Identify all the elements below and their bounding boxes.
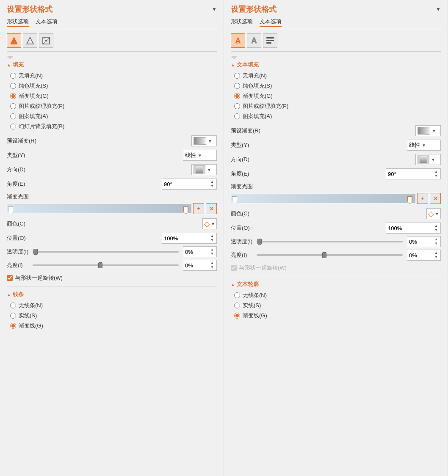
trans-up-left[interactable]: ▲ <box>210 248 215 252</box>
tab-shape-options-right[interactable]: 形状选项 <box>231 18 253 27</box>
gradient-add-btn-right[interactable]: + <box>417 193 428 204</box>
direction-select-right[interactable]: ▼ <box>415 154 441 165</box>
angle-down-right[interactable]: ▼ <box>434 174 439 178</box>
fill-radio-0[interactable] <box>10 73 16 79</box>
text-fill-option-0[interactable]: 无填充(N) <box>234 72 441 80</box>
fill-radio-4[interactable] <box>10 113 16 119</box>
tab-text-options-left[interactable]: 文本选项 <box>36 18 58 27</box>
brightness-value-right[interactable]: 0% ▲ ▼ <box>407 250 441 261</box>
gradient-add-btn-left[interactable]: + <box>193 203 204 214</box>
text-fill-option-4[interactable]: 图案填充(A) <box>234 113 441 120</box>
gradient-track-left[interactable] <box>7 204 191 213</box>
line-radio-0[interactable] <box>10 303 16 308</box>
fill-icon-btn[interactable] <box>7 33 21 48</box>
bright-up-right[interactable]: ▲ <box>434 251 439 255</box>
rotate-checkbox-right[interactable] <box>231 265 237 271</box>
line-radio-1[interactable] <box>10 313 16 319</box>
trans-down-left[interactable]: ▼ <box>210 252 215 256</box>
line-option-2[interactable]: 渐变线(G) <box>10 322 217 330</box>
position-down-left[interactable]: ▼ <box>210 238 215 242</box>
text-outline-icon-btn[interactable]: A <box>247 33 261 48</box>
fill-option-5[interactable]: 幻灯片背景填充(B) <box>10 123 217 130</box>
fill-option-0[interactable]: 无填充(N) <box>10 72 217 80</box>
transparency-value-right[interactable]: 0% ▲ ▼ <box>407 236 441 247</box>
preset-select-left[interactable]: ▼ <box>191 135 217 146</box>
outline-radio-1[interactable] <box>234 303 240 308</box>
type-select-left[interactable]: 线性 ▼ <box>183 150 217 161</box>
text-effects-icon-btn[interactable] <box>263 33 277 48</box>
position-up-right[interactable]: ▲ <box>434 224 439 228</box>
line-radio-2[interactable] <box>10 323 16 329</box>
position-input-left[interactable]: 100% ▲ ▼ <box>162 233 217 244</box>
fill-option-2[interactable]: 渐变填充(G) <box>10 92 217 100</box>
brightness-thumb-left[interactable] <box>98 262 102 268</box>
fill-option-1[interactable]: 纯色填充(S) <box>10 82 217 90</box>
gradient-remove-btn-left[interactable]: ✕ <box>206 203 217 214</box>
direction-select-left[interactable]: ▼ <box>191 164 217 175</box>
left-panel-dropdown-arrow[interactable]: ▼ <box>212 6 217 12</box>
angle-up-left[interactable]: ▲ <box>210 180 215 184</box>
color-picker-right[interactable]: ◇ ▼ <box>426 208 441 219</box>
outline-option-2[interactable]: 渐变线(G) <box>234 312 441 319</box>
brightness-thumb-right[interactable] <box>322 252 326 258</box>
position-value-right: 100% <box>388 225 402 231</box>
line-option-0[interactable]: 无线条(N) <box>10 302 217 309</box>
trans-up-right[interactable]: ▲ <box>434 237 439 242</box>
brightness-value-left[interactable]: 0% ▲ ▼ <box>183 260 217 271</box>
direction-preview-left <box>194 165 205 174</box>
brightness-track-left[interactable] <box>33 264 179 266</box>
fill-radio-5[interactable] <box>10 124 16 129</box>
position-up-left[interactable]: ▲ <box>210 234 215 238</box>
angle-up-right[interactable]: ▲ <box>434 170 439 174</box>
text-fill-radio-0[interactable] <box>234 73 240 79</box>
text-fill-radio-4[interactable] <box>234 113 240 119</box>
border-icon-btn[interactable] <box>23 33 37 48</box>
bright-down-right[interactable]: ▼ <box>434 255 439 259</box>
transparency-thumb-right[interactable] <box>257 239 262 245</box>
fill-radio-3[interactable] <box>10 103 16 109</box>
brightness-track-right[interactable] <box>257 254 403 256</box>
gradient-stop-left-right[interactable] <box>232 196 237 204</box>
preset-select-right[interactable]: ▼ <box>415 125 441 136</box>
position-down-right[interactable]: ▼ <box>434 228 439 232</box>
trans-down-right[interactable]: ▼ <box>434 242 439 246</box>
fill-radio-1[interactable] <box>10 83 16 89</box>
fill-radio-2[interactable] <box>10 93 16 99</box>
rotate-checkbox-left[interactable] <box>7 275 13 281</box>
text-fill-radio-2[interactable] <box>234 93 240 99</box>
fill-option-4[interactable]: 图案填充(A) <box>10 113 217 120</box>
text-fill-icon-btn[interactable]: A <box>231 33 245 48</box>
text-fill-radio-3[interactable] <box>234 103 240 109</box>
fill-option-3[interactable]: 图片或纹理填充(P) <box>10 102 217 110</box>
outline-option-1[interactable]: 实线(S) <box>234 302 441 309</box>
bright-down-left[interactable]: ▼ <box>210 265 215 270</box>
effect-icon-btn[interactable] <box>39 33 53 48</box>
bright-up-left[interactable]: ▲ <box>210 261 215 265</box>
position-input-right[interactable]: 100% ▲ ▼ <box>386 223 441 234</box>
transparency-value-left[interactable]: 0% ▲ ▼ <box>183 246 217 257</box>
angle-input-right[interactable]: 90° ▲ ▼ <box>386 168 441 179</box>
text-fill-option-2[interactable]: 渐变填充(G) <box>234 92 441 100</box>
tab-text-options-right[interactable]: 文本选项 <box>260 18 282 27</box>
text-fill-option-1[interactable]: 纯色填充(S) <box>234 82 441 90</box>
line-option-1[interactable]: 实线(S) <box>10 312 217 319</box>
angle-input-left[interactable]: 90° ▲ ▼ <box>162 179 217 190</box>
tab-shape-options-left[interactable]: 形状选项 <box>7 18 29 27</box>
type-select-right[interactable]: 线性 ▼ <box>407 140 441 151</box>
outline-radio-0[interactable] <box>234 292 240 298</box>
transparency-track-left[interactable] <box>33 251 179 253</box>
text-fill-option-3[interactable]: 图片或纹理填充(P) <box>234 102 441 110</box>
text-fill-radio-1[interactable] <box>234 83 240 89</box>
transparency-track-right[interactable] <box>257 241 403 242</box>
color-picker-left[interactable]: ◇ ▼ <box>202 218 217 229</box>
gradient-stop-right-left[interactable] <box>183 206 188 214</box>
transparency-thumb-left[interactable] <box>33 249 38 255</box>
outline-option-0[interactable]: 无线条(N) <box>234 292 441 299</box>
gradient-stop-left-left[interactable] <box>8 206 13 214</box>
gradient-stop-right-right[interactable] <box>407 196 412 204</box>
angle-down-left[interactable]: ▼ <box>210 184 215 188</box>
outline-radio-2[interactable] <box>234 313 240 319</box>
right-panel-dropdown-arrow[interactable]: ▼ <box>436 6 441 12</box>
gradient-track-right[interactable] <box>231 194 415 203</box>
gradient-remove-btn-right[interactable]: ✕ <box>430 193 441 204</box>
